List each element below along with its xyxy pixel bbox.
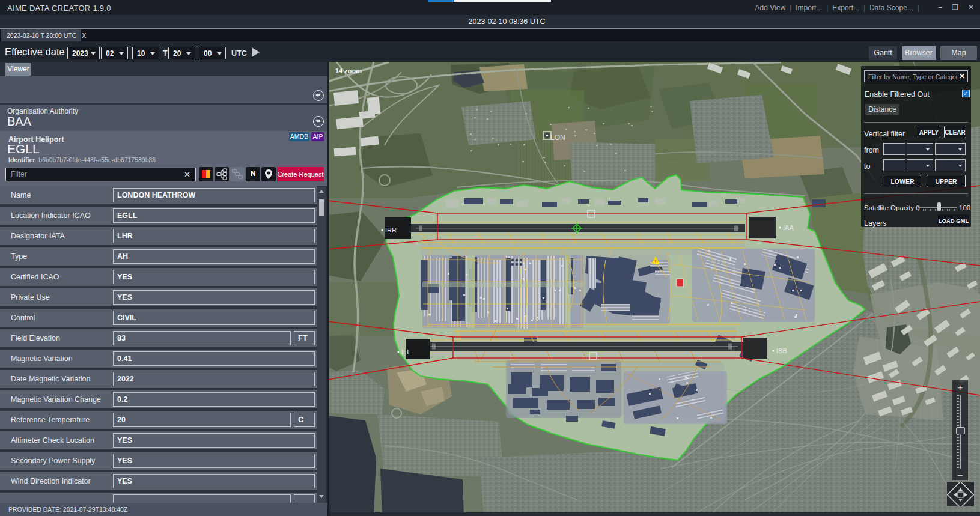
- svg-text:!: !: [655, 259, 657, 264]
- svg-text:ILL: ILL: [401, 348, 410, 356]
- svg-text:14 zoom: 14 zoom: [335, 67, 362, 74]
- svg-text:IAA: IAA: [783, 224, 794, 231]
- svg-text:IBB: IBB: [776, 347, 787, 354]
- svg-text:IRR: IRR: [385, 226, 397, 234]
- svg-text:LON: LON: [550, 133, 565, 142]
